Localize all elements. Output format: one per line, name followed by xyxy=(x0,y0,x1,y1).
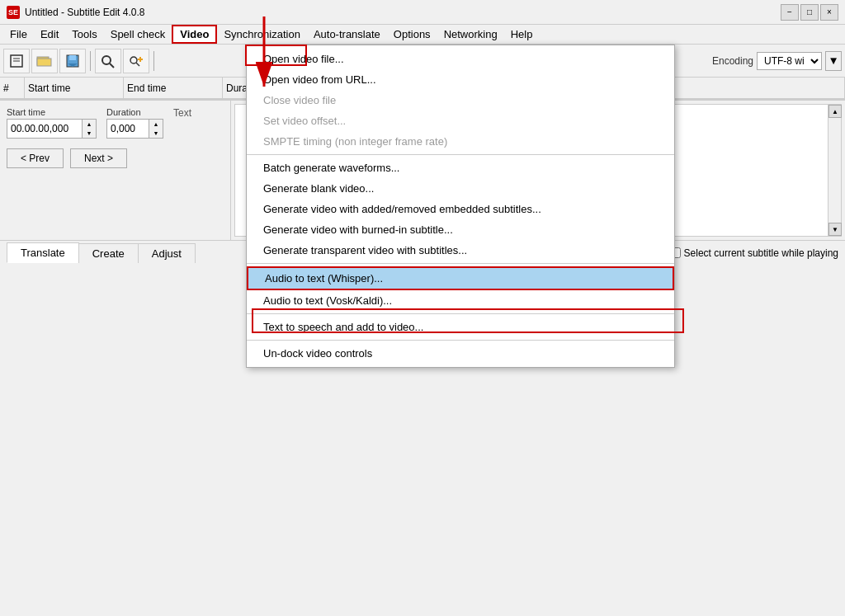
save-button[interactable] xyxy=(59,49,86,73)
col-header-start: Start time xyxy=(25,78,124,98)
separator-menu-1 xyxy=(247,154,674,155)
separator-1 xyxy=(90,51,91,71)
menu-sync[interactable]: Synchronization xyxy=(217,25,307,44)
menu-options[interactable]: Options xyxy=(387,25,437,44)
svg-line-11 xyxy=(136,63,139,66)
menu-gen-burned[interactable]: Generate video with burned-in subtitle..… xyxy=(247,219,674,240)
app-logo: SE xyxy=(7,6,20,19)
start-time-spinner: ▲ ▼ xyxy=(82,120,96,138)
menu-bar: File Edit Tools Spell check Video Synchr… xyxy=(0,25,845,45)
start-time-group: Start time ▲ ▼ xyxy=(7,107,97,139)
select-subtitle-label: Select current subtitle while playing xyxy=(684,247,838,259)
menu-gen-blank[interactable]: Generate blank video... xyxy=(247,178,674,199)
menu-video[interactable]: Video xyxy=(172,25,217,44)
menu-gen-transparent[interactable]: Generate transparent video with subtitle… xyxy=(247,240,674,261)
menu-audio-vosk[interactable]: Audio to text (Vosk/Kaldi)... xyxy=(247,290,674,311)
menu-undock[interactable]: Un-dock video controls xyxy=(247,343,674,364)
svg-rect-6 xyxy=(69,55,76,60)
menu-autotranslate[interactable]: Auto-translate xyxy=(307,25,387,44)
window-controls: − □ × xyxy=(781,4,838,21)
nav-buttons: < Prev Next > xyxy=(7,148,224,168)
tab-translate[interactable]: Translate xyxy=(7,242,79,263)
scroll-up[interactable]: ▲ xyxy=(828,105,842,118)
menu-gen-embedded[interactable]: Generate video with added/removed embedd… xyxy=(247,199,674,219)
menu-tools[interactable]: Tools xyxy=(65,25,103,44)
col-header-num: # xyxy=(0,78,25,98)
bottom-left-panel: Start time ▲ ▼ Duration ▲ ▼ xyxy=(0,101,231,240)
start-time-input[interactable] xyxy=(7,120,82,138)
open-button[interactable] xyxy=(31,49,58,73)
svg-point-8 xyxy=(102,56,111,64)
new-button[interactable] xyxy=(3,49,30,73)
scrollbar[interactable]: ▲ ▼ xyxy=(828,105,841,236)
menu-spellcheck[interactable]: Spell check xyxy=(104,25,172,44)
find-button[interactable] xyxy=(95,49,121,73)
find-replace-button[interactable] xyxy=(123,49,149,73)
menu-open-video[interactable]: Open video file... xyxy=(247,49,674,69)
menu-set-offset: Set video offset... xyxy=(247,111,674,131)
svg-point-10 xyxy=(130,57,137,63)
start-time-input-wrapper: ▲ ▼ xyxy=(7,119,97,139)
scroll-down[interactable]: ▼ xyxy=(828,223,842,236)
minimize-button[interactable]: − xyxy=(781,4,799,21)
maximize-button[interactable]: □ xyxy=(800,4,819,21)
menu-batch-waveforms[interactable]: Batch generate waveforms... xyxy=(247,158,674,178)
duration-down[interactable]: ▼ xyxy=(149,129,163,138)
tab-adjust[interactable]: Adjust xyxy=(138,243,196,263)
menu-audio-whisper[interactable]: Audio to text (Whisper)... xyxy=(247,266,674,290)
window-title: Untitled - Subtitle Edit 4.0.8 xyxy=(25,7,781,18)
tab-create[interactable]: Create xyxy=(78,243,139,263)
duration-input-wrapper: ▲ ▼ xyxy=(106,119,163,139)
menu-smpte: SMPTE timing (non integer frame rate) xyxy=(247,131,674,152)
svg-rect-4 xyxy=(37,59,51,66)
encoding-select[interactable]: UTF-8 wi xyxy=(757,52,822,70)
close-button[interactable]: × xyxy=(820,4,838,21)
menu-edit[interactable]: Edit xyxy=(34,25,65,44)
prev-button[interactable]: < Prev xyxy=(7,148,64,168)
title-bar: SE Untitled - Subtitle Edit 4.0.8 − □ × xyxy=(0,0,845,25)
next-button[interactable]: Next > xyxy=(70,148,127,168)
select-subtitle-checkbox-wrapper: Select current subtitle while playing xyxy=(670,247,838,259)
menu-tts[interactable]: Text to speech and add to video... xyxy=(247,317,674,337)
menu-help[interactable]: Help xyxy=(504,25,540,44)
svg-line-9 xyxy=(110,63,114,68)
start-time-up[interactable]: ▲ xyxy=(83,120,96,129)
encoding-label: Encoding xyxy=(712,55,753,67)
tab-bar-right: Select current subtitle while playing xyxy=(670,247,838,259)
separator-menu-3 xyxy=(247,313,674,314)
encoding-dropdown-btn[interactable]: ▼ xyxy=(825,51,842,71)
duration-spinner: ▲ ▼ xyxy=(149,120,163,138)
time-row: Start time ▲ ▼ Duration ▲ ▼ xyxy=(7,107,224,139)
separator-menu-4 xyxy=(247,340,674,341)
menu-open-url[interactable]: Open video from URL... xyxy=(247,69,674,90)
video-dropdown-menu: Open video file... Open video from URL..… xyxy=(246,45,675,368)
menu-file[interactable]: File xyxy=(3,25,34,44)
duration-input[interactable] xyxy=(107,120,149,138)
menu-close-video: Close video file xyxy=(247,90,674,111)
col-header-end: End time xyxy=(124,78,223,98)
separator-2 xyxy=(153,51,154,71)
duration-group: Duration ▲ ▼ xyxy=(106,107,163,139)
encoding-section: Encoding UTF-8 wi ▼ xyxy=(712,51,842,71)
text-label-indicator: Text xyxy=(173,107,191,119)
start-time-down[interactable]: ▼ xyxy=(83,129,96,138)
separator-menu-2 xyxy=(247,263,674,264)
duration-up[interactable]: ▲ xyxy=(149,120,163,129)
start-time-label: Start time xyxy=(7,107,97,117)
menu-networking[interactable]: Networking xyxy=(437,25,504,44)
scroll-track xyxy=(828,118,841,223)
duration-label: Duration xyxy=(106,107,163,117)
